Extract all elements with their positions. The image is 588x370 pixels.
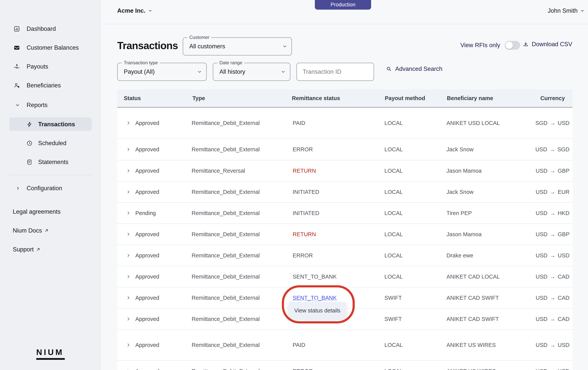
- advanced-search-button[interactable]: Advanced Search: [386, 65, 442, 72]
- sidebar: Dashboard Customer Balances Payouts Bene…: [0, 0, 101, 370]
- row-expand-chevron-icon[interactable]: [126, 296, 131, 300]
- row-payout-method: LOCAL: [384, 120, 403, 126]
- currency-to: CAD: [558, 274, 569, 280]
- chevron-down-icon: [14, 102, 21, 108]
- sidebar-item-beneficiaries[interactable]: Beneficiaries: [0, 79, 101, 92]
- sidebar-link-legal-agreements[interactable]: Legal agreements: [13, 208, 61, 215]
- column-header-beneficiary-name: Beneficiary name: [447, 95, 493, 101]
- environment-badge: Production: [315, 0, 371, 10]
- sidebar-item-reports[interactable]: Reports: [0, 98, 101, 112]
- row-currency: USD→CAD: [536, 295, 569, 301]
- sidebar-item-statements[interactable]: Statements: [0, 155, 101, 169]
- sidebar-item-dashboard[interactable]: Dashboard: [0, 22, 101, 36]
- row-type: Remittance_Debit_External: [192, 231, 260, 238]
- sidebar-item-label: Payouts: [27, 63, 48, 70]
- external-link-icon: [36, 247, 41, 252]
- row-expand-chevron-icon[interactable]: [126, 253, 131, 258]
- row-payout-method: LOCAL: [384, 274, 403, 280]
- download-icon: [523, 41, 529, 47]
- sidebar-item-customer-balances[interactable]: Customer Balances: [0, 41, 101, 55]
- row-remittance-status: ERROR: [293, 146, 313, 153]
- currency-arrow-icon: →: [550, 189, 556, 195]
- chevron-down-icon: [580, 9, 585, 13]
- view-rfis-label: View RFIs only: [460, 42, 500, 49]
- date-range-select[interactable]: Date range All history: [213, 63, 290, 81]
- table-row: Approved Remittance_Debit_External ERROR…: [117, 138, 573, 160]
- row-status: Approved: [135, 146, 159, 153]
- currency-to: SGD: [557, 146, 569, 153]
- row-expand-chevron-icon[interactable]: [126, 190, 131, 194]
- table-row: Approved Remittance_Debit_External INITI…: [117, 181, 573, 202]
- row-expand-chevron-icon[interactable]: [126, 369, 131, 370]
- row-type: Remittance_Debit_External: [192, 274, 260, 280]
- customer-select[interactable]: Customer All customers: [183, 37, 292, 55]
- row-currency: USD→CAD: [536, 274, 569, 280]
- row-expand-chevron-icon[interactable]: [126, 274, 131, 279]
- row-expand-chevron-icon[interactable]: [126, 121, 131, 125]
- clock-icon: [26, 140, 33, 147]
- currency-arrow-icon: →: [550, 252, 556, 259]
- sidebar-item-configuration[interactable]: Configuration: [0, 181, 101, 195]
- sidebar-link-nium-docs[interactable]: Nium Docs: [13, 227, 49, 234]
- external-link-icon: [44, 228, 49, 233]
- transactions-page: Dashboard Customer Balances Payouts Bene…: [0, 0, 588, 370]
- sidebar-item-label: Scheduled: [38, 140, 66, 147]
- row-type: Remittance_Debit_External: [192, 316, 260, 322]
- transaction-type-select[interactable]: Transaction type Payout (All): [117, 63, 207, 81]
- row-remittance-status: ERROR: [293, 252, 313, 259]
- view-rfis-group: View RFIs only: [460, 41, 520, 50]
- row-expand-chevron-icon[interactable]: [126, 211, 131, 215]
- user-name: John Smith: [548, 7, 578, 14]
- sidebar-item-label: Transactions: [38, 121, 75, 128]
- row-status: Pending: [135, 210, 156, 216]
- column-header-type: Type: [192, 95, 205, 101]
- currency-arrow-icon: →: [550, 316, 556, 322]
- chevron-right-icon: [15, 185, 21, 191]
- row-beneficiary: ANIKET US WIRES: [447, 368, 496, 370]
- row-expand-chevron-icon[interactable]: [126, 169, 131, 173]
- row-type: Remittance_Debit_External: [192, 368, 260, 370]
- sidebar-item-transactions[interactable]: Transactions: [0, 117, 101, 131]
- transaction-id-input[interactable]: [302, 64, 364, 80]
- sidebar-item-label: Beneficiaries: [27, 82, 61, 89]
- currency-arrow-icon: →: [549, 146, 555, 153]
- currency-to: HKD: [558, 210, 569, 216]
- currency-to: USD: [558, 342, 569, 348]
- row-payout-method: LOCAL: [384, 252, 403, 259]
- user-menu[interactable]: John Smith: [548, 7, 585, 14]
- row-expand-chevron-icon[interactable]: [126, 343, 131, 347]
- row-payout-method: LOCAL: [384, 146, 403, 153]
- download-csv-button[interactable]: Download CSV: [523, 41, 572, 48]
- dashboard-icon: [13, 26, 20, 32]
- transaction-type-label: Transaction type: [122, 60, 160, 65]
- row-status: Approved: [135, 295, 159, 301]
- currency-from: USD: [536, 168, 547, 174]
- date-range-value: All history: [219, 68, 245, 75]
- row-type: Remittance_Reversal: [192, 168, 245, 174]
- currency-to: CAD: [558, 295, 569, 301]
- row-payout-method: LOCAL: [384, 168, 403, 174]
- row-expand-chevron-icon[interactable]: [126, 147, 131, 152]
- sidebar-item-scheduled[interactable]: Scheduled: [0, 136, 101, 150]
- row-expand-chevron-icon[interactable]: [126, 232, 131, 237]
- view-rfis-toggle[interactable]: [505, 41, 520, 50]
- currency-arrow-icon: →: [550, 368, 556, 370]
- download-csv-label: Download CSV: [532, 41, 572, 48]
- row-currency: USD→HKD: [536, 210, 569, 216]
- row-currency: USD→CAD: [536, 316, 569, 322]
- tooltip-caret: [313, 299, 319, 302]
- row-currency: USD→USD: [536, 368, 569, 370]
- sidebar-item-payouts[interactable]: Payouts: [0, 60, 101, 74]
- beneficiaries-icon: [13, 82, 20, 89]
- sidebar-item-label: Statements: [38, 159, 68, 166]
- currency-from: USD: [536, 210, 547, 216]
- row-expand-chevron-icon[interactable]: [126, 317, 131, 321]
- org-switcher[interactable]: Acme Inc.: [117, 7, 152, 14]
- row-status: Approved: [135, 231, 159, 238]
- row-status: Approved: [135, 189, 159, 195]
- nium-logo: NIUM: [36, 348, 65, 360]
- row-beneficiary: ANIKET US WIRES: [447, 342, 496, 348]
- currency-from: USD: [536, 274, 547, 280]
- column-header-currency: Currency: [540, 95, 565, 101]
- sidebar-link-support[interactable]: Support: [13, 246, 41, 253]
